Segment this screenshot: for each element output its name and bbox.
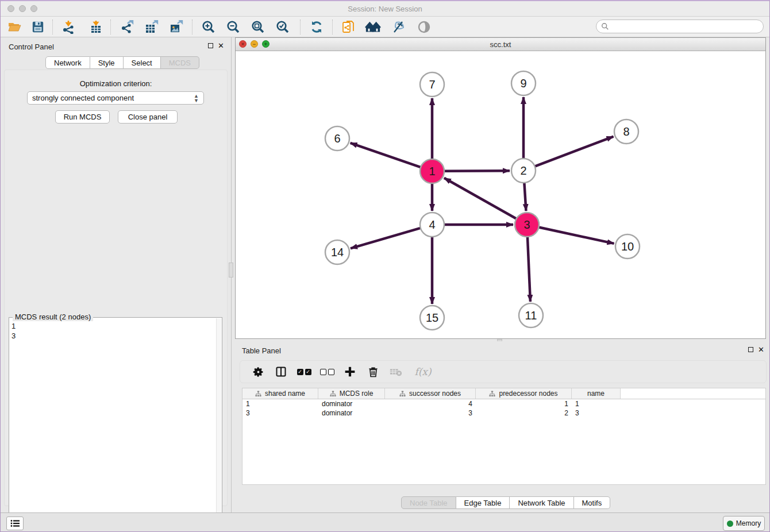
import-network-icon[interactable] xyxy=(60,19,76,35)
table-settings-icon[interactable] xyxy=(251,364,265,379)
network-graph-canvas[interactable]: 7968124314101511 xyxy=(236,51,765,338)
tab-motifs[interactable]: Motifs xyxy=(574,496,611,509)
node-label-1: 1 xyxy=(429,165,435,178)
cell-0-3[interactable]: 1 xyxy=(476,399,572,408)
cell-0-4[interactable]: 1 xyxy=(572,399,621,408)
tab-edge-table[interactable]: Edge Table xyxy=(456,496,510,509)
table-row[interactable]: 1dominator411 xyxy=(242,399,765,408)
tab-mcds[interactable]: MCDS xyxy=(161,56,199,69)
tab-select[interactable]: Select xyxy=(124,56,161,69)
edge-2-3[interactable] xyxy=(524,183,526,211)
shared-column-icon xyxy=(399,391,406,397)
select-all-rows-icon[interactable]: ✓✓ xyxy=(297,364,311,379)
column-header-name[interactable]: name xyxy=(572,388,621,399)
edge-3-1[interactable] xyxy=(444,178,517,219)
tab-node-table[interactable]: Node Table xyxy=(401,496,456,509)
float-table-panel-icon[interactable] xyxy=(748,347,753,352)
tab-network[interactable]: Network xyxy=(45,56,90,69)
node-label-2: 2 xyxy=(520,164,526,177)
column-header-predecessor-nodes[interactable]: predecessor nodes xyxy=(476,388,572,399)
export-network-icon[interactable] xyxy=(119,19,135,35)
cell-1-4[interactable]: 3 xyxy=(572,408,621,418)
zoom-in-icon[interactable] xyxy=(201,19,217,35)
delete-table-icon-disabled xyxy=(388,364,403,379)
float-panel-icon[interactable] xyxy=(208,43,213,48)
table-toolbar: ✓✓ f(x) xyxy=(240,360,767,383)
node-label-14: 14 xyxy=(331,246,344,259)
edge-4-14[interactable] xyxy=(351,228,421,248)
show-graphics-details-icon[interactable] xyxy=(391,19,407,35)
cell-1-2[interactable]: 3 xyxy=(385,408,476,418)
table-panel: Table Panel ✕ ✓✓ f(x) shared nameMCDS ro… xyxy=(232,341,770,512)
header-filler xyxy=(621,388,765,399)
clone-network-icon[interactable] xyxy=(341,19,357,35)
delete-column-icon[interactable] xyxy=(365,364,380,379)
export-table-icon[interactable] xyxy=(144,19,160,35)
cell-1-3[interactable]: 2 xyxy=(476,408,572,418)
refresh-view-icon[interactable] xyxy=(309,19,325,35)
shared-column-icon xyxy=(255,391,261,397)
edge-3-10[interactable] xyxy=(539,227,614,243)
app-title: Session: New Session xyxy=(1,5,769,13)
table-row[interactable]: 3dominator323 xyxy=(242,408,765,418)
deselect-all-rows-icon[interactable] xyxy=(319,364,334,379)
search-box[interactable] xyxy=(596,20,764,33)
node-label-11: 11 xyxy=(525,309,537,322)
cell-1-0[interactable]: 3 xyxy=(242,408,318,418)
task-history-button[interactable] xyxy=(6,516,24,530)
open-session-icon[interactable] xyxy=(6,19,22,35)
node-table[interactable]: shared nameMCDS rolesuccessor nodesprede… xyxy=(242,388,766,485)
selected-option: strongly connected component xyxy=(32,94,134,102)
statusbar: Memory xyxy=(1,512,769,532)
zoom-fit-icon[interactable] xyxy=(250,19,266,35)
toolbar-separator xyxy=(300,20,301,34)
node-label-7: 7 xyxy=(429,78,435,91)
table-panel-title: Table Panel xyxy=(242,346,281,355)
network-view-window: ✕ − + scc.txt 7968124314101511 xyxy=(235,37,766,339)
memory-status-icon xyxy=(727,521,733,527)
function-builder-icon-disabled: f(x) xyxy=(411,364,434,379)
first-neighbors-icon[interactable] xyxy=(365,19,381,35)
toolbar-separator xyxy=(332,20,333,34)
memory-button[interactable]: Memory xyxy=(723,516,765,531)
export-image-icon[interactable] xyxy=(168,19,184,35)
network-window-title: scc.txt xyxy=(236,40,765,49)
close-panel-icon[interactable]: ✕ xyxy=(218,43,224,49)
column-header-MCDS-role[interactable]: MCDS role xyxy=(318,388,385,399)
mcds-result-text[interactable]: 1 3 xyxy=(11,321,16,341)
mcds-result-box: MCDS result (2 nodes) 1 3 xyxy=(9,317,222,532)
edge-1-2[interactable] xyxy=(444,171,510,171)
table-header-row: shared nameMCDS rolesuccessor nodesprede… xyxy=(242,388,765,399)
node-label-4: 4 xyxy=(429,218,435,231)
result-scrollbar[interactable] xyxy=(216,318,221,531)
close-panel-button[interactable]: Close panel xyxy=(118,110,178,124)
network-window-titlebar[interactable]: ✕ − + scc.txt xyxy=(236,38,765,51)
unchecked-box-icon xyxy=(320,369,326,375)
run-mcds-button[interactable]: Run MCDS xyxy=(55,110,110,124)
save-session-icon[interactable] xyxy=(30,19,46,35)
close-table-panel-icon[interactable]: ✕ xyxy=(758,346,764,353)
cell-0-2[interactable]: 4 xyxy=(385,399,476,408)
column-header-successor-nodes[interactable]: successor nodes xyxy=(385,388,476,399)
cell-0-0[interactable]: 1 xyxy=(242,399,318,408)
import-table-icon[interactable] xyxy=(88,19,104,35)
zoom-selected-icon[interactable] xyxy=(275,19,291,35)
column-header-shared-name[interactable]: shared name xyxy=(242,388,318,399)
optimization-criterion-select[interactable]: strongly connected component ▲▼ xyxy=(27,91,204,105)
edge-2-8[interactable] xyxy=(535,137,614,167)
zoom-out-icon[interactable] xyxy=(225,19,241,35)
birds-eye-view-icon[interactable] xyxy=(416,19,432,35)
main-toolbar xyxy=(1,17,769,37)
tab-style[interactable]: Style xyxy=(90,56,124,69)
tab-network-table[interactable]: Network Table xyxy=(510,496,573,509)
cell-1-1[interactable]: dominator xyxy=(318,408,385,418)
add-column-icon[interactable] xyxy=(342,364,357,379)
edge-1-6[interactable] xyxy=(351,143,421,167)
column-visibility-icon[interactable] xyxy=(274,364,288,379)
vertical-splitter-handle[interactable] xyxy=(229,263,233,277)
cell-0-1[interactable]: dominator xyxy=(318,399,385,408)
search-input[interactable] xyxy=(609,22,753,30)
control-panel: Control Panel ✕ NetworkStyleSelectMCDS O… xyxy=(1,37,232,512)
control-panel-tabs: NetworkStyleSelectMCDS xyxy=(45,56,199,69)
edge-3-11[interactable] xyxy=(528,237,530,302)
